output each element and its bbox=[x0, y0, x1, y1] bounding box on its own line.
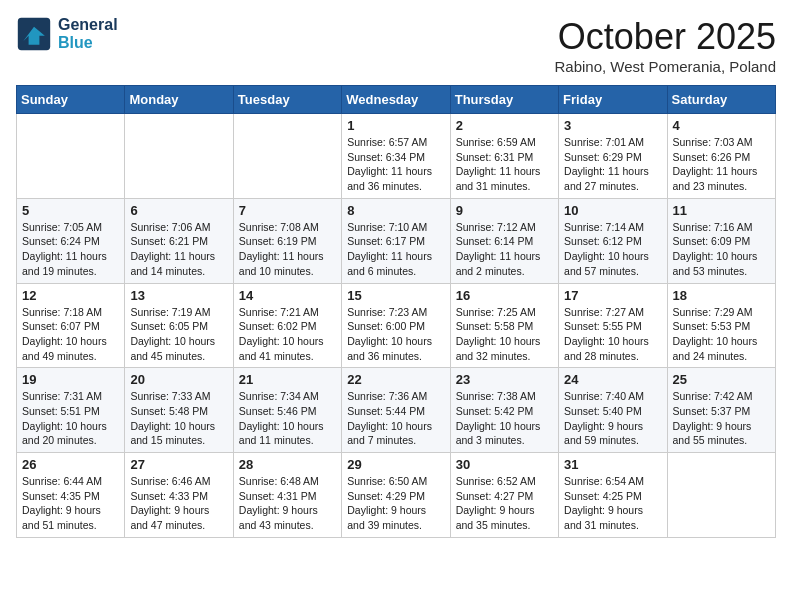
calendar-cell: 1Sunrise: 6:57 AMSunset: 6:34 PMDaylight… bbox=[342, 114, 450, 199]
cell-content: Sunrise: 7:40 AMSunset: 5:40 PMDaylight:… bbox=[564, 389, 661, 448]
day-number: 6 bbox=[130, 203, 227, 218]
day-number: 13 bbox=[130, 288, 227, 303]
calendar-cell: 5Sunrise: 7:05 AMSunset: 6:24 PMDaylight… bbox=[17, 198, 125, 283]
weekday-header-saturday: Saturday bbox=[667, 86, 775, 114]
cell-content: Sunrise: 7:16 AMSunset: 6:09 PMDaylight:… bbox=[673, 220, 770, 279]
cell-content: Sunrise: 7:27 AMSunset: 5:55 PMDaylight:… bbox=[564, 305, 661, 364]
cell-content: Sunrise: 7:19 AMSunset: 6:05 PMDaylight:… bbox=[130, 305, 227, 364]
logo-text: General Blue bbox=[58, 16, 118, 52]
calendar-week-1: 1Sunrise: 6:57 AMSunset: 6:34 PMDaylight… bbox=[17, 114, 776, 199]
calendar-cell: 19Sunrise: 7:31 AMSunset: 5:51 PMDayligh… bbox=[17, 368, 125, 453]
day-number: 1 bbox=[347, 118, 444, 133]
calendar-cell bbox=[667, 453, 775, 538]
weekday-header-monday: Monday bbox=[125, 86, 233, 114]
calendar-cell: 28Sunrise: 6:48 AMSunset: 4:31 PMDayligh… bbox=[233, 453, 341, 538]
cell-content: Sunrise: 7:06 AMSunset: 6:21 PMDaylight:… bbox=[130, 220, 227, 279]
calendar-cell: 18Sunrise: 7:29 AMSunset: 5:53 PMDayligh… bbox=[667, 283, 775, 368]
calendar-cell: 10Sunrise: 7:14 AMSunset: 6:12 PMDayligh… bbox=[559, 198, 667, 283]
calendar-cell bbox=[125, 114, 233, 199]
calendar-cell bbox=[233, 114, 341, 199]
cell-content: Sunrise: 6:44 AMSunset: 4:35 PMDaylight:… bbox=[22, 474, 119, 533]
calendar-table: SundayMondayTuesdayWednesdayThursdayFrid… bbox=[16, 85, 776, 538]
day-number: 25 bbox=[673, 372, 770, 387]
day-number: 21 bbox=[239, 372, 336, 387]
calendar-cell: 13Sunrise: 7:19 AMSunset: 6:05 PMDayligh… bbox=[125, 283, 233, 368]
cell-content: Sunrise: 6:50 AMSunset: 4:29 PMDaylight:… bbox=[347, 474, 444, 533]
cell-content: Sunrise: 7:33 AMSunset: 5:48 PMDaylight:… bbox=[130, 389, 227, 448]
weekday-header-friday: Friday bbox=[559, 86, 667, 114]
calendar-cell: 17Sunrise: 7:27 AMSunset: 5:55 PMDayligh… bbox=[559, 283, 667, 368]
cell-content: Sunrise: 7:05 AMSunset: 6:24 PMDaylight:… bbox=[22, 220, 119, 279]
day-number: 7 bbox=[239, 203, 336, 218]
calendar-cell: 24Sunrise: 7:40 AMSunset: 5:40 PMDayligh… bbox=[559, 368, 667, 453]
calendar-cell: 31Sunrise: 6:54 AMSunset: 4:25 PMDayligh… bbox=[559, 453, 667, 538]
day-number: 16 bbox=[456, 288, 553, 303]
calendar-cell: 9Sunrise: 7:12 AMSunset: 6:14 PMDaylight… bbox=[450, 198, 558, 283]
calendar-cell: 30Sunrise: 6:52 AMSunset: 4:27 PMDayligh… bbox=[450, 453, 558, 538]
calendar-cell: 15Sunrise: 7:23 AMSunset: 6:00 PMDayligh… bbox=[342, 283, 450, 368]
cell-content: Sunrise: 6:48 AMSunset: 4:31 PMDaylight:… bbox=[239, 474, 336, 533]
logo: General Blue bbox=[16, 16, 118, 52]
calendar-cell: 16Sunrise: 7:25 AMSunset: 5:58 PMDayligh… bbox=[450, 283, 558, 368]
day-number: 30 bbox=[456, 457, 553, 472]
cell-content: Sunrise: 6:46 AMSunset: 4:33 PMDaylight:… bbox=[130, 474, 227, 533]
calendar-cell: 6Sunrise: 7:06 AMSunset: 6:21 PMDaylight… bbox=[125, 198, 233, 283]
calendar-week-5: 26Sunrise: 6:44 AMSunset: 4:35 PMDayligh… bbox=[17, 453, 776, 538]
cell-content: Sunrise: 7:31 AMSunset: 5:51 PMDaylight:… bbox=[22, 389, 119, 448]
calendar-cell: 20Sunrise: 7:33 AMSunset: 5:48 PMDayligh… bbox=[125, 368, 233, 453]
day-number: 20 bbox=[130, 372, 227, 387]
cell-content: Sunrise: 7:25 AMSunset: 5:58 PMDaylight:… bbox=[456, 305, 553, 364]
calendar-cell: 14Sunrise: 7:21 AMSunset: 6:02 PMDayligh… bbox=[233, 283, 341, 368]
cell-content: Sunrise: 7:29 AMSunset: 5:53 PMDaylight:… bbox=[673, 305, 770, 364]
calendar-week-4: 19Sunrise: 7:31 AMSunset: 5:51 PMDayligh… bbox=[17, 368, 776, 453]
day-number: 27 bbox=[130, 457, 227, 472]
day-number: 11 bbox=[673, 203, 770, 218]
cell-content: Sunrise: 7:36 AMSunset: 5:44 PMDaylight:… bbox=[347, 389, 444, 448]
calendar-cell: 4Sunrise: 7:03 AMSunset: 6:26 PMDaylight… bbox=[667, 114, 775, 199]
cell-content: Sunrise: 7:38 AMSunset: 5:42 PMDaylight:… bbox=[456, 389, 553, 448]
day-number: 3 bbox=[564, 118, 661, 133]
calendar-week-2: 5Sunrise: 7:05 AMSunset: 6:24 PMDaylight… bbox=[17, 198, 776, 283]
calendar-cell: 12Sunrise: 7:18 AMSunset: 6:07 PMDayligh… bbox=[17, 283, 125, 368]
calendar-cell: 7Sunrise: 7:08 AMSunset: 6:19 PMDaylight… bbox=[233, 198, 341, 283]
calendar-cell: 2Sunrise: 6:59 AMSunset: 6:31 PMDaylight… bbox=[450, 114, 558, 199]
day-number: 29 bbox=[347, 457, 444, 472]
day-number: 14 bbox=[239, 288, 336, 303]
day-number: 2 bbox=[456, 118, 553, 133]
day-number: 8 bbox=[347, 203, 444, 218]
page-header: General Blue October 2025 Rabino, West P… bbox=[16, 16, 776, 75]
cell-content: Sunrise: 7:03 AMSunset: 6:26 PMDaylight:… bbox=[673, 135, 770, 194]
day-number: 4 bbox=[673, 118, 770, 133]
cell-content: Sunrise: 6:57 AMSunset: 6:34 PMDaylight:… bbox=[347, 135, 444, 194]
weekday-header-wednesday: Wednesday bbox=[342, 86, 450, 114]
cell-content: Sunrise: 7:18 AMSunset: 6:07 PMDaylight:… bbox=[22, 305, 119, 364]
calendar-cell bbox=[17, 114, 125, 199]
weekday-header-sunday: Sunday bbox=[17, 86, 125, 114]
cell-content: Sunrise: 7:08 AMSunset: 6:19 PMDaylight:… bbox=[239, 220, 336, 279]
calendar-cell: 29Sunrise: 6:50 AMSunset: 4:29 PMDayligh… bbox=[342, 453, 450, 538]
cell-content: Sunrise: 7:21 AMSunset: 6:02 PMDaylight:… bbox=[239, 305, 336, 364]
day-number: 26 bbox=[22, 457, 119, 472]
calendar-cell: 26Sunrise: 6:44 AMSunset: 4:35 PMDayligh… bbox=[17, 453, 125, 538]
cell-content: Sunrise: 7:34 AMSunset: 5:46 PMDaylight:… bbox=[239, 389, 336, 448]
cell-content: Sunrise: 7:12 AMSunset: 6:14 PMDaylight:… bbox=[456, 220, 553, 279]
calendar-header-row: SundayMondayTuesdayWednesdayThursdayFrid… bbox=[17, 86, 776, 114]
cell-content: Sunrise: 7:42 AMSunset: 5:37 PMDaylight:… bbox=[673, 389, 770, 448]
day-number: 31 bbox=[564, 457, 661, 472]
day-number: 19 bbox=[22, 372, 119, 387]
cell-content: Sunrise: 7:14 AMSunset: 6:12 PMDaylight:… bbox=[564, 220, 661, 279]
calendar-cell: 23Sunrise: 7:38 AMSunset: 5:42 PMDayligh… bbox=[450, 368, 558, 453]
cell-content: Sunrise: 6:54 AMSunset: 4:25 PMDaylight:… bbox=[564, 474, 661, 533]
location: Rabino, West Pomerania, Poland bbox=[554, 58, 776, 75]
day-number: 17 bbox=[564, 288, 661, 303]
weekday-header-thursday: Thursday bbox=[450, 86, 558, 114]
cell-content: Sunrise: 6:52 AMSunset: 4:27 PMDaylight:… bbox=[456, 474, 553, 533]
day-number: 5 bbox=[22, 203, 119, 218]
day-number: 23 bbox=[456, 372, 553, 387]
title-area: October 2025 Rabino, West Pomerania, Pol… bbox=[554, 16, 776, 75]
calendar-cell: 22Sunrise: 7:36 AMSunset: 5:44 PMDayligh… bbox=[342, 368, 450, 453]
calendar-cell: 21Sunrise: 7:34 AMSunset: 5:46 PMDayligh… bbox=[233, 368, 341, 453]
day-number: 10 bbox=[564, 203, 661, 218]
calendar-week-3: 12Sunrise: 7:18 AMSunset: 6:07 PMDayligh… bbox=[17, 283, 776, 368]
day-number: 15 bbox=[347, 288, 444, 303]
